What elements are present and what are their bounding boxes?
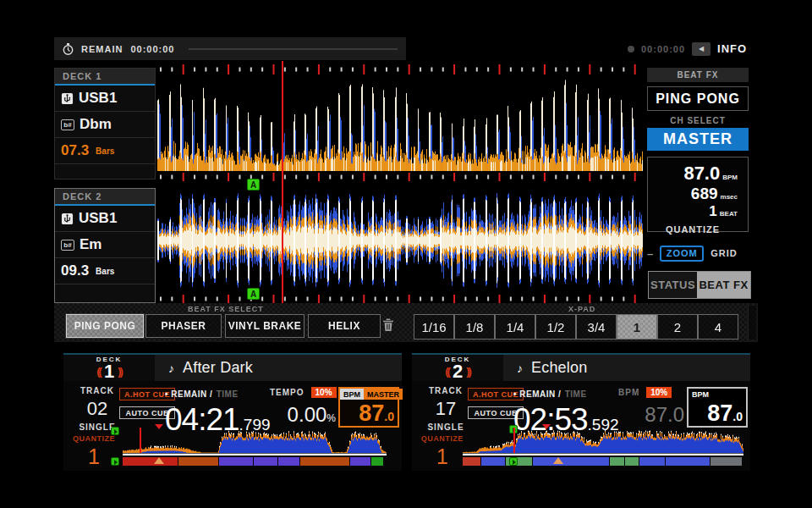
fx-button-helix[interactable]: HELIX	[308, 314, 381, 338]
track-number-block: TRACK 17 SINGLE	[424, 386, 468, 432]
phrase-bar	[463, 457, 742, 466]
deck1-cue-a-marker: A	[247, 179, 260, 190]
quantize-indicator: QUANTIZE 1	[417, 434, 468, 469]
deck2-player: DECK (( 2 )) ♪ Echelon TRACK 17 SINGLE A…	[412, 353, 750, 471]
tempo-block: BPM10% 87.0	[618, 387, 684, 427]
grid-button[interactable]: GRID	[710, 248, 738, 258]
fx-quantize-label: QUANTIZE	[666, 224, 720, 235]
deck2-overview[interactable]	[463, 426, 743, 468]
fx-button-phaser[interactable]: PHASER	[145, 314, 222, 338]
bpm-box: BPM 87.0	[687, 387, 748, 428]
fx-beat-value: 1	[709, 203, 716, 220]
progress-line	[463, 453, 743, 456]
fx-strip: BEAT FX SELECT PING PONG PHASER VINYL BR…	[54, 303, 758, 342]
bpm-dim-value: 87.0	[645, 403, 684, 426]
xpad-cell-1-4[interactable]: 1/4	[495, 314, 535, 340]
zoom-minus: –	[647, 247, 653, 260]
deck-number: 1	[104, 363, 114, 380]
info-label: INFO	[717, 42, 747, 55]
bpm-dim-label: BPM	[618, 388, 639, 397]
left-triangle-icon: ◀	[699, 45, 704, 52]
cue-marker-icon	[509, 457, 518, 466]
beatfx-select-label: BEAT FX SELECT	[188, 305, 264, 313]
quantize-label: QUANTIZE	[69, 434, 119, 443]
track-label: TRACK	[424, 386, 468, 395]
remain-mode-label: • REMAIN /	[513, 389, 561, 399]
xpad-cell-1[interactable]: 1	[617, 314, 657, 340]
deck2-empty-row	[55, 284, 155, 302]
waveform-display[interactable]: A A	[157, 61, 643, 306]
deck2-source: USB1	[79, 210, 117, 227]
cdj-screen: REMAIN 00:00:00 00:00:00 ◀ INFO DECK 1 U…	[0, 0, 812, 508]
xpad-cell-3-4[interactable]: 3/4	[576, 314, 617, 340]
tempo-range-badge: 10%	[311, 387, 337, 398]
channel-select-button[interactable]: MASTER	[647, 128, 749, 151]
on-air-marks-right: ))	[118, 363, 122, 380]
xpad-cell-2[interactable]: 2	[657, 314, 698, 340]
bpm-value: 87	[707, 400, 732, 426]
mid-beat-ticks	[157, 173, 643, 181]
fx-button-vinyl-brake[interactable]: VINYL BRAKE	[225, 314, 304, 338]
remain-progress-line	[189, 48, 398, 50]
bpm-frac: .0	[732, 410, 743, 423]
fx-msec-value: 689	[691, 185, 718, 203]
xpad-cell-4[interactable]: 4	[698, 314, 738, 340]
key-icon: b#	[61, 240, 74, 251]
zoom-grid-row: – ZOOM GRID	[647, 245, 750, 262]
deck1-main-waveform[interactable]	[157, 76, 643, 171]
key-icon: b#	[61, 119, 74, 130]
overview-playhead	[140, 428, 141, 454]
usb-icon	[61, 213, 74, 225]
deck1-key-row: b# Dbm	[55, 112, 155, 138]
bpm-box: BPM MASTER 87.0	[338, 387, 399, 428]
on-air-marks-left: ((	[445, 363, 449, 380]
info-bar: 00:00:00 ◀ INFO	[628, 37, 758, 60]
beatfx-header: BEAT FX	[647, 68, 749, 82]
xpad-cell-1-16[interactable]: 1/16	[414, 314, 454, 340]
deck1-titlebar: DECK (( 1 )) ♪ After Dark	[63, 353, 402, 381]
bpm-label: BPM	[689, 389, 712, 400]
info-toggle-button[interactable]: ◀	[692, 42, 710, 56]
deck2-cue-a-marker: A	[247, 288, 260, 300]
fx-bpm-unit: BPM	[722, 174, 738, 181]
deck2-bars-value: 09.3	[61, 262, 89, 279]
beatfx-effect-display[interactable]: PING PONG	[647, 86, 749, 111]
cue-marker-icon	[111, 457, 119, 466]
remain-value: 00:00:00	[130, 44, 174, 54]
fx-button-ping-pong[interactable]: PING PONG	[66, 314, 144, 338]
deck1-info-panel[interactable]: DECK 1 USB1 b# Dbm 07.3 Bars	[54, 68, 156, 179]
xpad-label: X-PAD	[568, 305, 595, 313]
fx-bpm-value: 87.0	[683, 163, 720, 185]
loop-marker-icon	[542, 424, 551, 429]
deck1-overview-waveform[interactable]	[123, 428, 387, 453]
track-title: Echelon	[531, 359, 587, 377]
deck2-beat-ticks	[157, 295, 643, 303]
remain-bar: REMAIN 00:00:00	[54, 37, 406, 60]
deck1-beat-ticks	[157, 64, 643, 75]
status-tab[interactable]: STATUS	[649, 272, 697, 298]
xpad-cell-1-8[interactable]: 1/8	[454, 314, 495, 340]
deck1-bars-row: 07.3 Bars	[55, 138, 155, 164]
tempo-unit: %	[326, 412, 336, 424]
beatfx-tab[interactable]: BEAT FX	[697, 272, 750, 298]
tempo-block: TEMPO10% 0.00%	[270, 387, 336, 427]
zoom-button[interactable]: ZOOM	[660, 246, 704, 262]
delete-icon[interactable]	[382, 318, 394, 335]
progress-line	[123, 453, 387, 456]
xpad-cell-1-2[interactable]: 1/2	[535, 314, 576, 340]
deck2-info-panel[interactable]: DECK 2 USB1 b# Em 09.3 Bars	[54, 188, 156, 303]
remain-mode-label: • REMAIN /	[165, 389, 212, 399]
deck2-overview-waveform[interactable]	[463, 428, 743, 453]
status-beatfx-toggle[interactable]: STATUS BEAT FX	[648, 271, 751, 299]
time-mode-label: TIME	[565, 389, 587, 399]
music-note-icon: ♪	[517, 362, 523, 375]
deck2-main-waveform[interactable]	[157, 193, 643, 288]
loop-marker-icon	[155, 424, 163, 429]
deck1-overview[interactable]	[123, 426, 387, 468]
hot-cue-marker-icon	[154, 457, 164, 464]
tempo-label: TEMPO	[270, 388, 304, 397]
on-air-marks-left: ((	[96, 363, 101, 380]
overview-playhead	[513, 428, 515, 454]
hot-cue-marker-icon	[553, 457, 563, 464]
deck1-source: USB1	[79, 90, 117, 107]
